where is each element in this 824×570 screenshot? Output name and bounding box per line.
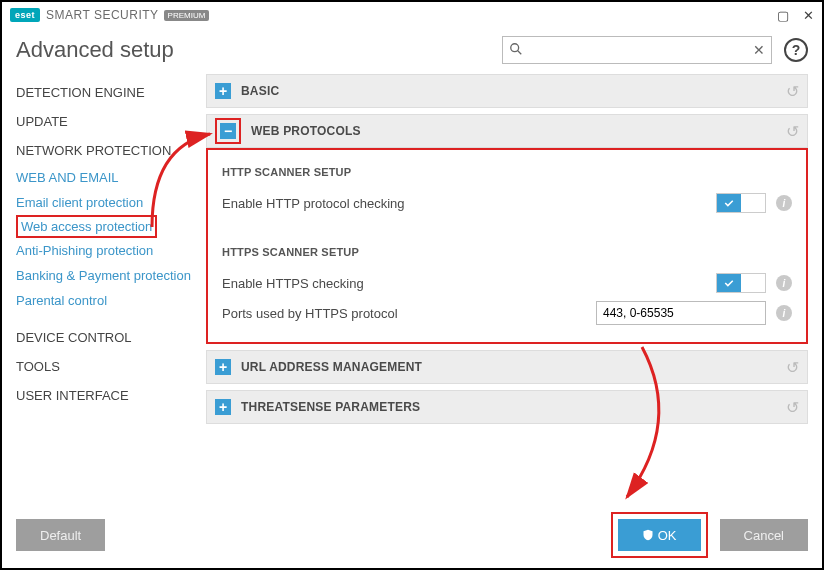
help-button[interactable]: ? <box>784 38 808 62</box>
collapse-icon[interactable]: − <box>220 123 236 139</box>
search-clear-icon[interactable]: ✕ <box>753 42 765 58</box>
toggle-enable-http[interactable] <box>716 193 766 213</box>
nav-update[interactable]: UPDATE <box>16 107 206 136</box>
nav-parental-control[interactable]: Parental control <box>16 288 206 313</box>
https-ports-input[interactable] <box>596 301 766 325</box>
web-protocols-body: HTTP SCANNER SETUP Enable HTTP protocol … <box>206 148 808 344</box>
svg-point-0 <box>511 44 519 52</box>
edition-badge: PREMIUM <box>164 10 210 21</box>
page-title: Advanced setup <box>16 37 502 63</box>
expand-icon[interactable]: + <box>215 359 231 375</box>
window-close-icon[interactable]: ✕ <box>803 8 814 23</box>
nav-tools[interactable]: TOOLS <box>16 352 206 381</box>
section-basic[interactable]: + BASIC ↺ <box>206 74 808 108</box>
section-basic-title: BASIC <box>241 84 279 98</box>
section-web-protocols[interactable]: − WEB PROTOCOLS ↺ <box>206 114 808 148</box>
shield-icon <box>642 529 654 541</box>
nav-network-protection[interactable]: NETWORK PROTECTION <box>16 136 206 165</box>
search-input[interactable] <box>503 37 771 63</box>
ok-button[interactable]: OK <box>618 519 701 551</box>
expand-icon[interactable]: + <box>215 83 231 99</box>
info-icon[interactable]: i <box>776 195 792 211</box>
collapse-highlight: − <box>215 118 241 144</box>
reset-icon[interactable]: ↺ <box>786 122 799 141</box>
info-icon[interactable]: i <box>776 275 792 291</box>
expand-icon[interactable]: + <box>215 399 231 415</box>
reset-icon[interactable]: ↺ <box>786 398 799 417</box>
section-url-management-title: URL ADDRESS MANAGEMENT <box>241 360 422 374</box>
enable-http-label: Enable HTTP protocol checking <box>222 196 716 211</box>
sidebar: DETECTION ENGINE UPDATE NETWORK PROTECTI… <box>16 74 206 514</box>
https-ports-label: Ports used by HTTPS protocol <box>222 306 596 321</box>
nav-user-interface[interactable]: USER INTERFACE <box>16 381 206 410</box>
section-web-protocols-title: WEB PROTOCOLS <box>251 124 361 138</box>
nav-web-access-protection[interactable]: Web access protection <box>16 215 206 238</box>
titlebar: eset SMART SECURITY PREMIUM ▢ ✕ <box>2 2 822 28</box>
svg-line-1 <box>518 51 522 55</box>
ok-highlight: OK <box>611 512 708 558</box>
row-https-ports: Ports used by HTTPS protocol i <box>222 298 792 328</box>
reset-icon[interactable]: ↺ <box>786 358 799 377</box>
nav-banking-payment[interactable]: Banking & Payment protection <box>16 263 206 288</box>
section-threatsense-title: THREATSENSE PARAMETERS <box>241 400 420 414</box>
brand-badge: eset <box>10 8 40 22</box>
reset-icon[interactable]: ↺ <box>786 82 799 101</box>
product-name: SMART SECURITY <box>46 8 159 22</box>
nav-device-control[interactable]: DEVICE CONTROL <box>16 323 206 352</box>
section-threatsense[interactable]: + THREATSENSE PARAMETERS ↺ <box>206 390 808 424</box>
nav-anti-phishing[interactable]: Anti-Phishing protection <box>16 238 206 263</box>
http-scanner-header: HTTP SCANNER SETUP <box>222 166 792 178</box>
row-enable-http: Enable HTTP protocol checking i <box>222 188 792 218</box>
info-icon[interactable]: i <box>776 305 792 321</box>
https-scanner-header: HTTPS SCANNER SETUP <box>222 246 792 258</box>
window-maximize-icon[interactable]: ▢ <box>777 8 789 23</box>
search-box[interactable]: ✕ <box>502 36 772 64</box>
nav-detection-engine[interactable]: DETECTION ENGINE <box>16 78 206 107</box>
row-enable-https: Enable HTTPS checking i <box>222 268 792 298</box>
cancel-button[interactable]: Cancel <box>720 519 808 551</box>
nav-email-client-protection[interactable]: Email client protection <box>16 190 206 215</box>
nav-web-and-email[interactable]: WEB AND EMAIL <box>16 165 206 190</box>
ok-button-label: OK <box>658 528 677 543</box>
search-icon <box>509 42 523 59</box>
section-url-management[interactable]: + URL ADDRESS MANAGEMENT ↺ <box>206 350 808 384</box>
default-button[interactable]: Default <box>16 519 105 551</box>
enable-https-label: Enable HTTPS checking <box>222 276 716 291</box>
toggle-enable-https[interactable] <box>716 273 766 293</box>
content-pane: + BASIC ↺ − WEB PROTOCOLS ↺ HTTP SCANNER… <box>206 74 808 514</box>
